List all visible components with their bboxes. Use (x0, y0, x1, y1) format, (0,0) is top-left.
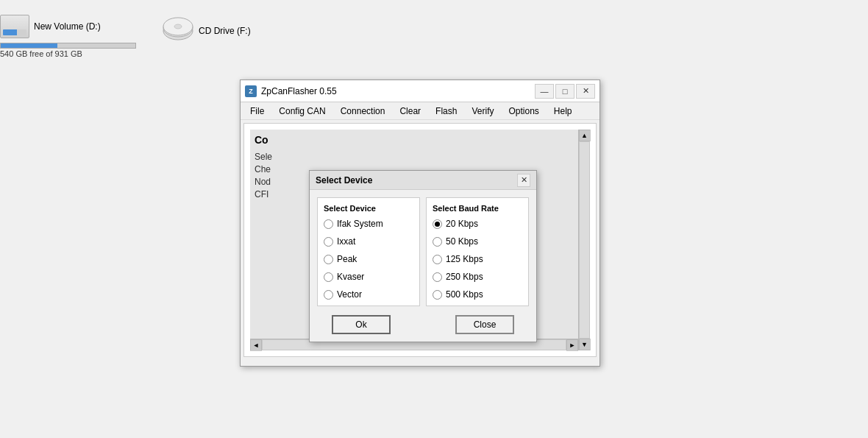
radio-ifak-input[interactable] (324, 219, 333, 229)
dialog-close-button[interactable]: Close (455, 315, 514, 334)
radio-250kbps-label: 250 Kbps (446, 272, 483, 282)
menu-connection[interactable]: Connection (334, 104, 392, 119)
radio-ifak[interactable]: Ifak System (324, 219, 413, 229)
title-bar: Z ZpCanFlasher 0.55 — □ ✕ (241, 80, 600, 102)
radio-50kbps[interactable]: 50 Kbps (433, 236, 522, 247)
menu-verify[interactable]: Verify (465, 104, 500, 119)
drive-f-icon-wrapper: CD Drive (F:) (162, 15, 251, 47)
app-content: Co Sele Che Nod CFI ▲ ▼ ◄ ► (243, 123, 597, 357)
drive-d-progress-fill (1, 43, 57, 48)
device-panel: Select Device Ifak System Ixxat (317, 197, 420, 306)
baud-panel: Select Baud Rate 20 Kbps 50 Kbps (426, 197, 529, 306)
dialog-buttons: Ok Close (317, 315, 529, 334)
radio-peak-label: Peak (337, 254, 357, 264)
radio-250kbps-input[interactable] (433, 272, 442, 282)
radio-vector-input[interactable] (324, 290, 333, 300)
cd-icon (162, 15, 194, 47)
radio-125kbps-input[interactable] (433, 255, 442, 264)
radio-peak[interactable]: Peak (324, 254, 413, 264)
ok-button[interactable]: Ok (332, 315, 391, 334)
radio-peak-input[interactable] (324, 255, 333, 264)
maximize-button[interactable]: □ (555, 84, 574, 99)
device-panel-title: Select Device (324, 204, 413, 213)
radio-500kbps-label: 500 Kbps (446, 289, 483, 300)
app-title: ZpCanFlasher 0.55 (261, 86, 337, 96)
radio-ifak-label: Ifak System (337, 219, 383, 229)
drive-f-label: CD Drive (F:) (199, 26, 251, 36)
select-device-dialog: Select Device ✕ Select Device I (309, 170, 537, 342)
minimize-button[interactable]: — (535, 84, 554, 99)
radio-50kbps-label: 50 Kbps (446, 236, 478, 247)
baud-panel-title: Select Baud Rate (433, 204, 522, 213)
close-button[interactable]: ✕ (576, 84, 595, 99)
radio-50kbps-input[interactable] (433, 237, 442, 247)
app-window: Z ZpCanFlasher 0.55 — □ ✕ File Config CA… (240, 80, 600, 367)
dialog-close-x-button[interactable]: ✕ (517, 174, 530, 187)
radio-ixxat-input[interactable] (324, 237, 333, 247)
drive-d-progress-bar (0, 43, 136, 49)
radio-kvaser-label: Kvaser (337, 272, 364, 282)
radio-vector[interactable]: Vector (324, 289, 413, 300)
menu-bar: File Config CAN Connection Clear Flash V… (241, 102, 600, 120)
drive-d-label: New Volume (D:) (34, 21, 101, 32)
menu-help[interactable]: Help (547, 104, 579, 119)
drive-d-size: 540 GB free of 931 GB (0, 49, 82, 58)
dialog-panels: Select Device Ifak System Ixxat (317, 197, 529, 306)
radio-20kbps-label: 20 Kbps (446, 219, 478, 229)
radio-500kbps-input[interactable] (433, 290, 442, 300)
radio-20kbps-input[interactable] (433, 219, 442, 229)
menu-config-can[interactable]: Config CAN (272, 104, 332, 119)
drive-d-icon-wrapper: New Volume (D:) (0, 15, 101, 38)
svg-point-4 (174, 24, 182, 29)
drive-f-item[interactable]: CD Drive (F:) (162, 15, 309, 47)
radio-500kbps[interactable]: 500 Kbps (433, 289, 522, 300)
desktop: New Volume (D:) 540 GB free of 931 GB CD… (0, 0, 868, 438)
dialog-title-bar: Select Device ✕ (310, 171, 536, 190)
drive-d-item[interactable]: New Volume (D:) 540 GB free of 931 GB (0, 15, 147, 58)
dialog-body: Select Device Ifak System Ixxat (310, 190, 536, 342)
radio-kvaser-input[interactable] (324, 272, 333, 282)
title-bar-left: Z ZpCanFlasher 0.55 (245, 85, 337, 97)
radio-250kbps[interactable]: 250 Kbps (433, 272, 522, 282)
dialog-title: Select Device (316, 175, 372, 186)
menu-clear[interactable]: Clear (393, 104, 427, 119)
window-controls: — □ ✕ (535, 84, 595, 99)
hdd-icon (0, 15, 29, 38)
menu-flash[interactable]: Flash (429, 104, 463, 119)
menu-options[interactable]: Options (502, 104, 545, 119)
radio-20kbps[interactable]: 20 Kbps (433, 219, 522, 229)
radio-kvaser[interactable]: Kvaser (324, 272, 413, 282)
app-icon: Z (245, 85, 257, 97)
radio-ixxat[interactable]: Ixxat (324, 236, 413, 247)
radio-125kbps-label: 125 Kbps (446, 254, 483, 264)
radio-ixxat-label: Ixxat (337, 236, 355, 247)
radio-vector-label: Vector (337, 289, 362, 300)
dialog-overlay: Select Device ✕ Select Device I (250, 130, 590, 350)
radio-125kbps[interactable]: 125 Kbps (433, 254, 522, 264)
menu-file[interactable]: File (243, 104, 271, 119)
